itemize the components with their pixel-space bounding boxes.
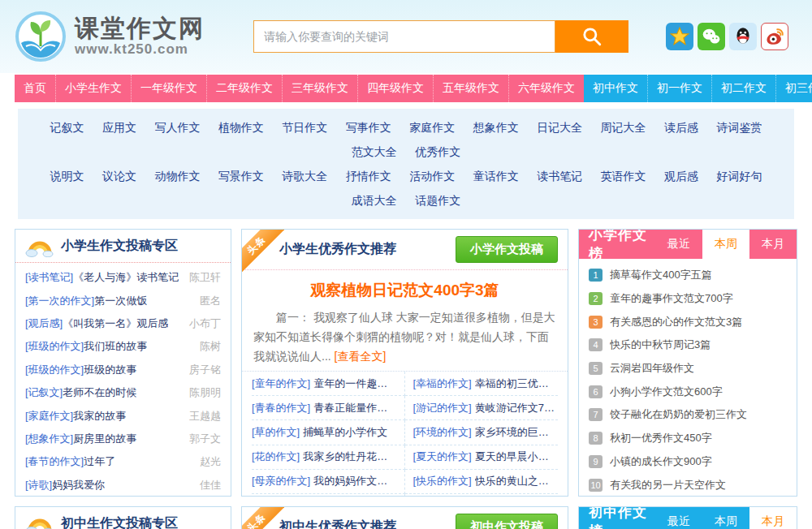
rank-list-item[interactable]: 2 童年的趣事作文范文700字: [589, 287, 787, 311]
primary-submit-button[interactable]: 小学作文投稿: [456, 236, 558, 263]
featured-link[interactable]: [快乐的作文] 快乐的黄山之旅作文: [405, 470, 559, 494]
nav-item[interactable]: 二年级作文: [206, 75, 282, 102]
featured-link[interactable]: [草的作文] 捕蝇草的小学作文: [252, 420, 405, 445]
rank-item-title: 小狗小学作文范文600字: [610, 385, 723, 399]
featured-link[interactable]: [花的作文] 我家乡的牡丹花三年: [252, 445, 405, 470]
article-link[interactable]: [春节的作文] 过年了: [25, 454, 193, 469]
nav-item[interactable]: 初三作文: [775, 75, 812, 102]
nav-item[interactable]: 四年级作文: [357, 75, 433, 102]
featured-link[interactable]: [童年的作文] 童年的一件趣事600: [252, 372, 405, 396]
rank-tab[interactable]: 最近: [655, 507, 702, 529]
nav-item[interactable]: 三年级作文: [282, 75, 357, 102]
category-link[interactable]: 节日作文: [282, 121, 327, 134]
article-author: 小布丁: [189, 316, 221, 331]
article-link[interactable]: [观后感] 《叫我第一名》观后感: [25, 316, 183, 331]
link-title: 童年的一件趣事600: [313, 376, 397, 391]
article-link[interactable]: [想象作文] 厨房里的故事: [25, 432, 183, 446]
category-link[interactable]: 想象作文: [473, 121, 519, 134]
nav-item[interactable]: 小学生作文: [55, 75, 131, 102]
rank-tab[interactable]: 本月: [749, 230, 797, 259]
rank-list-item[interactable]: 5 云洞岩四年级作文: [589, 357, 787, 381]
nav-item[interactable]: 首页: [15, 75, 55, 102]
featured-link[interactable]: [桥的作文] 我家乡的桥作文5篇: [405, 494, 559, 497]
rank-list-item[interactable]: 8 秋初一优秀作文450字: [589, 427, 787, 450]
rank-list-item[interactable]: 3 有关感恩的心的作文范文3篇: [589, 310, 787, 333]
nav-item[interactable]: 一年级作文: [131, 75, 206, 102]
article-link[interactable]: [第一次的作文] 第一次做饭: [25, 294, 193, 308]
category-link[interactable]: 写景作文: [218, 170, 264, 183]
rank-tab[interactable]: 本周: [702, 507, 749, 529]
category-link[interactable]: 说明文: [50, 170, 84, 183]
featured-headline[interactable]: 观察植物日记范文400字3篇: [253, 280, 556, 301]
qzone-icon[interactable]: [666, 23, 693, 50]
rank-list-item[interactable]: 6 小狗小学作文范文600字: [589, 380, 787, 403]
search-button[interactable]: [555, 20, 628, 53]
category-link[interactable]: 写事作文: [346, 121, 391, 134]
featured-link[interactable]: [青春的作文] 青春正能量作文范文: [252, 396, 405, 420]
category-link[interactable]: 家庭作文: [409, 121, 455, 134]
category-link[interactable]: 日记大全: [537, 121, 582, 134]
category-link[interactable]: 写人作文: [154, 121, 200, 134]
nav-item[interactable]: 初二作文: [711, 75, 775, 102]
nav-item[interactable]: 五年级作文: [433, 75, 508, 102]
article-link[interactable]: [读书笔记] 《老人与海》读书笔记: [25, 270, 183, 285]
featured-link[interactable]: [母亲的作文] 我的妈妈作文范文25: [252, 470, 405, 494]
category-link[interactable]: 抒情作文: [346, 170, 391, 183]
rank-list-item[interactable]: 1 摘草莓作文400字五篇: [589, 264, 787, 287]
nav-item[interactable]: 六年级作文: [508, 75, 584, 102]
category-link[interactable]: 读书笔记: [537, 170, 582, 183]
featured-link[interactable]: [夏天的作文] 夏天的早晨小学优秀: [405, 445, 559, 470]
category-link[interactable]: 好词好句: [716, 170, 762, 183]
featured-link[interactable]: [游记的作文] 黄岐游记作文750字: [405, 396, 559, 420]
article-link[interactable]: [诗歌] 妈妈我爱你: [25, 478, 193, 492]
category-link[interactable]: 应用文: [102, 121, 136, 134]
qq-icon[interactable]: [729, 23, 757, 50]
category-link[interactable]: 动物作文: [154, 170, 200, 183]
category-link[interactable]: 活动作文: [409, 170, 455, 183]
category-link[interactable]: 范文大全: [352, 145, 397, 158]
category-link[interactable]: 优秀作文: [415, 145, 460, 158]
rank-list-item[interactable]: 4 快乐的中秋节周记3篇: [589, 333, 787, 357]
featured-link[interactable]: [优秀作文] 爱在身边四年级优秀: [252, 494, 405, 497]
article-category: [想象作文]: [25, 432, 73, 446]
wechat-icon[interactable]: [698, 23, 725, 50]
rank-tab[interactable]: 最近: [655, 230, 702, 259]
featured-link[interactable]: [幸福的作文] 幸福的初三优秀作文: [405, 372, 559, 396]
junior-submit-button[interactable]: 初中作文投稿: [456, 514, 558, 529]
category-link[interactable]: 读后感: [664, 121, 698, 134]
site-url: www.kt250.com: [75, 41, 188, 57]
category-link[interactable]: 童话作文: [473, 170, 519, 183]
rank-tab[interactable]: 本周: [702, 230, 749, 259]
site-logo[interactable]: 课堂作文网 www.kt250.com: [15, 11, 205, 62]
main-content: 小学生作文投稿专区 [读书笔记] 《老人与海》读书笔记 陈卫轩 [第一次的作文]…: [15, 229, 797, 529]
rank-tab[interactable]: 本月: [749, 507, 797, 529]
rank-list-item[interactable]: 7 饺子融化在奶奶的爱初三作文: [589, 403, 787, 427]
category-link[interactable]: 话题作文: [415, 194, 460, 207]
nav-item[interactable]: 初一作文: [647, 75, 711, 102]
rank-item-title: 秋初一优秀作文450字: [610, 431, 712, 445]
category-link[interactable]: 诗词鉴赏: [716, 121, 762, 134]
featured-link[interactable]: [环境的作文] 家乡环境的巨变作文: [405, 420, 559, 445]
category-link[interactable]: 英语作文: [601, 170, 646, 183]
category-link[interactable]: 诗歌大全: [282, 170, 327, 183]
category-link[interactable]: 周记大全: [601, 121, 646, 134]
article-link[interactable]: [记叙文] 老师不在的时候: [25, 385, 183, 400]
category-link[interactable]: 观后感: [664, 170, 698, 183]
read-more-link[interactable]: [查看全文]: [335, 350, 387, 363]
category-link[interactable]: 议论文: [102, 170, 136, 183]
nav-junior-group: 初中作文 初一作文 初二作文 初三作文: [584, 75, 812, 102]
weibo-icon[interactable]: [761, 23, 788, 50]
category-link[interactable]: 植物作文: [218, 121, 264, 134]
rank-item-title: 云洞岩四年级作文: [610, 361, 694, 376]
article-link[interactable]: [家庭作文] 我家的故事: [25, 409, 183, 424]
article-category: [班级的作文]: [25, 363, 84, 377]
search-input[interactable]: [253, 20, 555, 53]
category-link[interactable]: 成语大全: [352, 194, 397, 207]
article-link[interactable]: [班级的作文] 班级的故事: [25, 363, 183, 377]
nav-item[interactable]: 初中作文: [584, 75, 647, 102]
rank-list-item[interactable]: 9 小镇的成长作文900字: [589, 450, 787, 474]
panel-title: 小学生作文投稿专区: [61, 238, 178, 255]
rank-list-item[interactable]: 10 有关我的另一片天空作文: [589, 473, 787, 497]
article-link[interactable]: [班级的作文] 我们班的故事: [25, 339, 193, 354]
category-link[interactable]: 记叙文: [50, 121, 84, 134]
